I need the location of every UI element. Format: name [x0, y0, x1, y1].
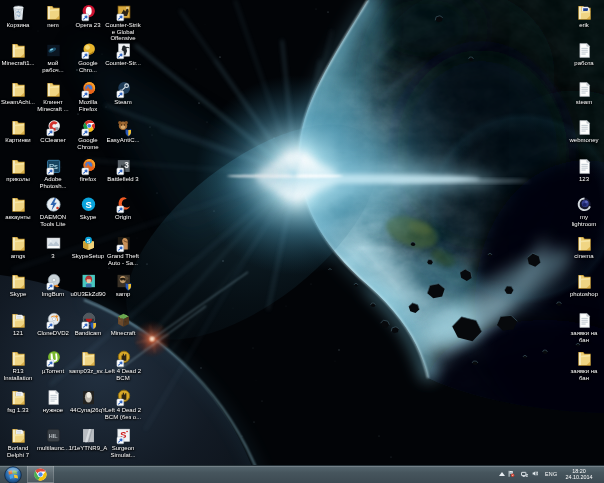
svg-text:3: 3: [123, 160, 128, 170]
svg-text:HIL: HIL: [48, 433, 57, 439]
svg-text:S: S: [86, 237, 90, 243]
svg-text:S: S: [84, 199, 90, 210]
